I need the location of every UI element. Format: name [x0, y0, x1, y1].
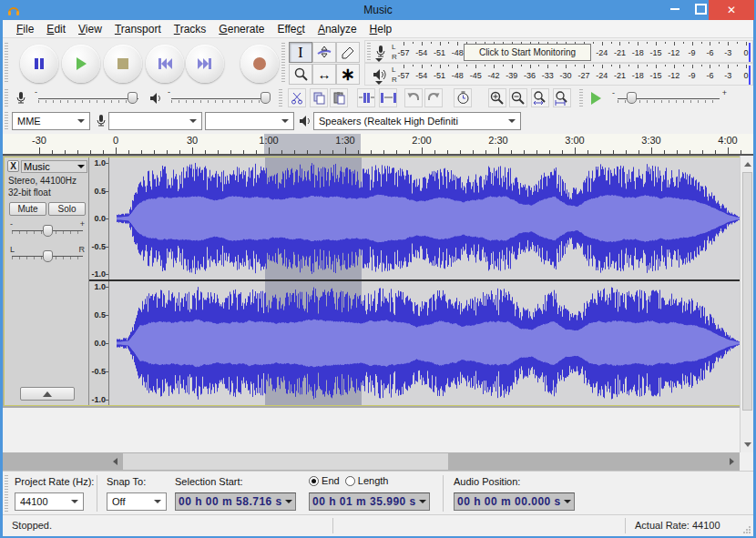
skip-to-start-button[interactable] [146, 45, 184, 83]
pan-slider[interactable]: L R [8, 245, 87, 265]
selection-end-time[interactable]: 00 h 01 m 35.990 s [309, 492, 430, 511]
slider-thumb[interactable] [627, 92, 637, 104]
zoom-tool-button[interactable] [289, 64, 312, 85]
recording-channels-dropdown[interactable] [205, 112, 294, 130]
toolbar-grip[interactable] [579, 89, 583, 107]
selection-tool-button[interactable]: I [289, 42, 312, 63]
waveform-right-channel[interactable] [109, 281, 740, 405]
meter-scale-number: -12 [668, 71, 679, 80]
zoom-in-button[interactable] [488, 88, 506, 107]
play-at-speed-icon [588, 91, 603, 106]
redo-button[interactable] [424, 88, 443, 107]
stop-button[interactable] [104, 45, 142, 83]
solo-button[interactable]: Solo [48, 202, 86, 216]
fit-project-button[interactable] [553, 88, 571, 107]
snap-to-dropdown[interactable]: Off [107, 492, 167, 511]
track-close-button[interactable]: X [7, 160, 19, 172]
recording-meter-toolbar[interactable]: L R -57-54-51-48-45-42-39-36-33-30-27-24… [364, 40, 753, 63]
menu-transport[interactable]: Transport [108, 21, 168, 37]
mute-button[interactable]: Mute [9, 202, 46, 216]
toolbar-grip[interactable] [279, 89, 282, 107]
zoom-out-button[interactable] [509, 88, 527, 107]
close-button[interactable]: ✕ [709, 0, 754, 20]
selection-start-time[interactable]: 00 h 00 m 58.716 s [175, 492, 296, 511]
gain-slider-thumb[interactable] [43, 225, 53, 237]
fit-selection-button[interactable] [531, 88, 549, 107]
waveform-left-channel[interactable] [109, 157, 740, 279]
length-radio-label[interactable]: Length [358, 475, 389, 486]
skip-to-end-button[interactable] [186, 45, 224, 83]
audio-track[interactable]: X Music Stereo, 44100Hz 32-bit float Mut… [4, 157, 741, 406]
timeline-ruler[interactable]: -300301:001:302:002:303:003:304:00 [3, 134, 753, 156]
minimize-button[interactable] [662, 0, 688, 18]
toolbar-grip[interactable] [5, 43, 8, 84]
record-button[interactable] [240, 45, 279, 83]
multi-tool-button[interactable]: ∗ [336, 64, 360, 85]
resize-grip-icon[interactable] [742, 525, 751, 534]
vertical-ruler-left-channel[interactable]: 1.00.50.0-0.5-1.0 [89, 157, 109, 279]
copy-button[interactable] [310, 88, 328, 107]
timeshift-tool-button[interactable]: ↔ [312, 64, 336, 85]
meter-tick [656, 65, 657, 68]
menu-tracks[interactable]: Tracks [168, 21, 213, 37]
toolbar-grip[interactable] [5, 89, 8, 107]
play-at-speed-button[interactable] [587, 89, 605, 107]
track-title-dropdown[interactable]: Music [21, 160, 87, 173]
scroll-left-button[interactable] [107, 452, 123, 471]
menu-file[interactable]: File [10, 21, 40, 37]
monitoring-tooltip[interactable]: Click to Start Monitoring [464, 44, 591, 61]
toolbar-grip[interactable] [5, 475, 8, 512]
playback-speed-slider[interactable]: - + [612, 87, 727, 109]
meter-minor-tick [575, 65, 576, 66]
meter-tick [440, 65, 441, 68]
track-collapse-button[interactable] [20, 387, 75, 401]
scroll-up-button[interactable] [741, 157, 754, 170]
end-radio[interactable] [309, 476, 319, 486]
play-button[interactable] [62, 45, 100, 83]
title-bar[interactable]: Music ✕ [0, 0, 756, 20]
paste-button[interactable] [330, 88, 348, 107]
sync-lock-button[interactable] [454, 88, 472, 107]
end-radio-label[interactable]: End [322, 475, 340, 486]
toolbar-grip[interactable] [5, 112, 8, 130]
silence-selection-button[interactable] [379, 88, 397, 107]
undo-button[interactable] [404, 88, 423, 107]
meter-scale-number: -48 [452, 71, 464, 80]
horizontal-scrollbar-thumb[interactable] [123, 453, 448, 470]
menu-effect[interactable]: Effect [271, 21, 311, 37]
draw-tool-button[interactable] [336, 42, 360, 63]
envelope-tool-button[interactable] [312, 42, 336, 63]
menu-generate[interactable]: Generate [212, 21, 271, 37]
slider-thumb[interactable] [128, 92, 138, 104]
project-rate-dropdown[interactable]: 44100 [15, 492, 84, 511]
horizontal-scrollbar[interactable] [3, 452, 740, 471]
meter-scale-number: -15 [650, 48, 662, 57]
ruler-tick [371, 150, 372, 154]
menu-view[interactable]: View [72, 21, 108, 37]
toolbar-grip[interactable] [281, 43, 285, 84]
meter-scale-number: -42 [487, 71, 499, 80]
playback-meter-toolbar[interactable]: L R -57-54-51-48-45-42-39-36-33-30-27-24… [364, 63, 753, 86]
menu-help[interactable]: Help [363, 21, 399, 37]
length-radio[interactable] [345, 476, 355, 486]
audio-position-time[interactable]: 00 h 00 m 00.000 s [454, 492, 575, 511]
recording-volume-slider[interactable]: - [35, 87, 144, 109]
slider-thumb[interactable] [261, 92, 271, 104]
menu-edit[interactable]: Edit [40, 21, 72, 37]
menu-analyze[interactable]: Analyze [312, 21, 363, 37]
playback-volume-slider[interactable]: - [168, 87, 275, 109]
gain-slider[interactable]: - + [8, 219, 87, 239]
scroll-down-button[interactable] [741, 438, 754, 451]
vertical-ruler-right-channel[interactable]: 1.00.50.0-0.5-1.0 [89, 281, 109, 405]
vruler-tick [106, 218, 108, 219]
vertical-scrollbar[interactable] [740, 156, 753, 452]
trim-outside-selection-button[interactable] [357, 88, 375, 107]
playback-device-dropdown[interactable]: Speakers (Realtek High Definiti [313, 112, 521, 130]
pause-button[interactable] [20, 45, 58, 83]
pan-slider-thumb[interactable] [43, 250, 53, 262]
recording-device-dropdown[interactable] [108, 112, 202, 130]
scroll-right-button[interactable] [723, 452, 740, 471]
cut-button[interactable] [288, 88, 306, 107]
audio-host-dropdown[interactable]: MME [12, 112, 90, 130]
vertical-scrollbar-thumb[interactable] [742, 172, 752, 411]
